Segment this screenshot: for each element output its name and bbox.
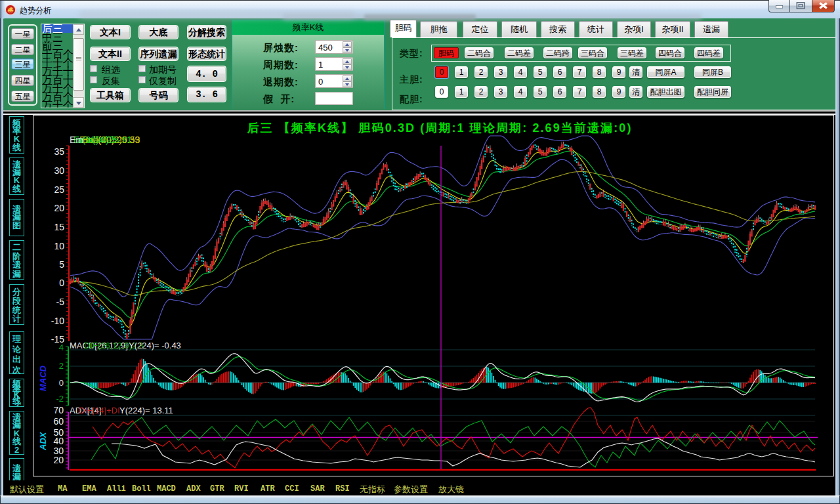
- svg-text:-2: -2: [56, 394, 64, 404]
- svg-text:ADX: ADX: [38, 431, 48, 451]
- svg-text:20: 20: [53, 455, 64, 465]
- svg-text:25: 25: [54, 184, 64, 195]
- svg-text:60: 60: [53, 416, 64, 427]
- svg-text:35: 35: [54, 146, 64, 157]
- svg-text:4: 4: [59, 343, 64, 352]
- svg-text:-10: -10: [51, 316, 64, 326]
- svg-text:70: 70: [53, 405, 64, 415]
- svg-text:0: 0: [59, 278, 64, 288]
- svg-text:a(30)4/25: a(30)4/25: [77, 135, 117, 145]
- svg-text:0: 0: [59, 378, 64, 388]
- svg-text:15: 15: [54, 222, 64, 232]
- svg-text:Y(224)= -0.43: Y(224)= -0.43: [129, 341, 181, 350]
- svg-text:30: 30: [54, 165, 64, 176]
- svg-text:10: 10: [54, 241, 64, 251]
- svg-text:Y(224)= 13.11: Y(224)= 13.11: [119, 406, 173, 415]
- svg-text:DI+[14]+DI: DI+[14]+DI: [79, 406, 120, 415]
- svg-text:后三 【频率K线】 胆码0.3D (周期:1 理论周期: 2: 后三 【频率K线】 胆码0.3D (周期:1 理论周期: 2.69当前遗漏:0): [246, 121, 632, 135]
- svg-text:-5: -5: [56, 297, 65, 307]
- svg-text:Em: Em: [70, 135, 83, 145]
- svg-text:MACD: MACD: [38, 365, 48, 391]
- svg-text:2: 2: [59, 361, 64, 371]
- svg-text:5: 5: [59, 259, 64, 270]
- svg-text:20: 20: [54, 203, 64, 213]
- svg-text:40: 40: [53, 436, 64, 446]
